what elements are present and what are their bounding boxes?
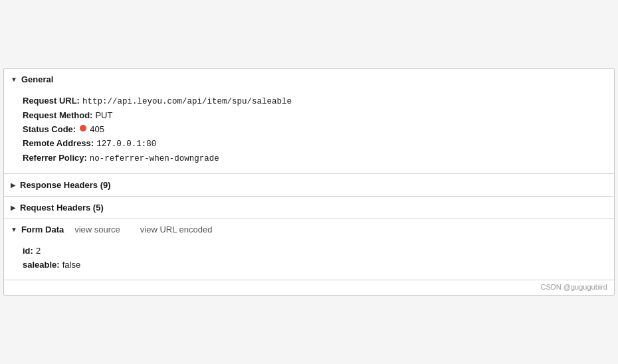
main-panel: ▼ General Request URL: http://api.leyou.… (3, 68, 615, 296)
request-headers-arrow-icon: ▶ (11, 204, 16, 211)
request-headers-header[interactable]: ▶ Request Headers (5) (4, 197, 614, 219)
form-data-section: ▼ Form Data view source view URL encoded… (4, 219, 614, 280)
status-dot-icon (80, 125, 86, 132)
general-section: ▼ General Request URL: http://api.leyou.… (4, 69, 614, 174)
view-url-encoded-link[interactable]: view URL encoded (140, 225, 213, 234)
view-source-link[interactable]: view source (74, 225, 120, 234)
form-id-label: id: (23, 246, 33, 256)
form-data-arrow-icon: ▼ (11, 226, 17, 233)
referrer-policy-row: Referrer Policy: no-referrer-when-downgr… (23, 151, 601, 165)
remote-address-label: Remote Address: (23, 138, 94, 148)
request-headers-section: ▶ Request Headers (5) (4, 197, 614, 219)
remote-address-row: Remote Address: 127.0.0.1:80 (23, 136, 601, 151)
status-code-value: 405 (90, 124, 104, 134)
request-method-row: Request Method: PUT (23, 108, 601, 122)
form-id-value: 2 (36, 246, 41, 256)
request-url-value: http://api.leyou.com/api/item/spu/saleab… (82, 97, 292, 106)
request-headers-title: Request Headers (5) (20, 203, 104, 213)
general-section-content: Request URL: http://api.leyou.com/api/it… (4, 90, 614, 173)
request-method-value: PUT (95, 110, 112, 120)
response-headers-header[interactable]: ▶ Response Headers (9) (4, 174, 614, 196)
form-data-header[interactable]: ▼ Form Data view source view URL encoded (4, 219, 614, 240)
general-section-header[interactable]: ▼ General (4, 69, 614, 90)
request-url-label: Request URL: (23, 96, 80, 106)
watermark: CSDN @gugugubird (4, 280, 614, 295)
general-arrow-icon: ▼ (11, 76, 17, 83)
status-code-row: Status Code: 405 (23, 122, 601, 136)
form-data-title: Form Data (21, 225, 64, 234)
general-section-title: General (21, 74, 53, 84)
response-headers-arrow-icon: ▶ (11, 181, 16, 189)
response-headers-section: ▶ Response Headers (9) (4, 174, 614, 197)
request-method-label: Request Method: (23, 110, 92, 120)
referrer-policy-value: no-referrer-when-downgrade (90, 154, 219, 163)
request-url-row: Request URL: http://api.leyou.com/api/it… (23, 94, 601, 108)
status-code-label: Status Code: (23, 124, 76, 134)
form-saleable-row: saleable: false (23, 258, 601, 272)
form-saleable-value: false (62, 260, 80, 270)
referrer-policy-label: Referrer Policy: (23, 153, 87, 163)
form-data-content: id: 2 saleable: false (4, 240, 614, 280)
remote-address-value: 127.0.0.1:80 (96, 139, 156, 149)
form-saleable-label: saleable: (23, 260, 60, 270)
response-headers-title: Response Headers (9) (20, 180, 111, 190)
form-id-row: id: 2 (23, 244, 601, 258)
